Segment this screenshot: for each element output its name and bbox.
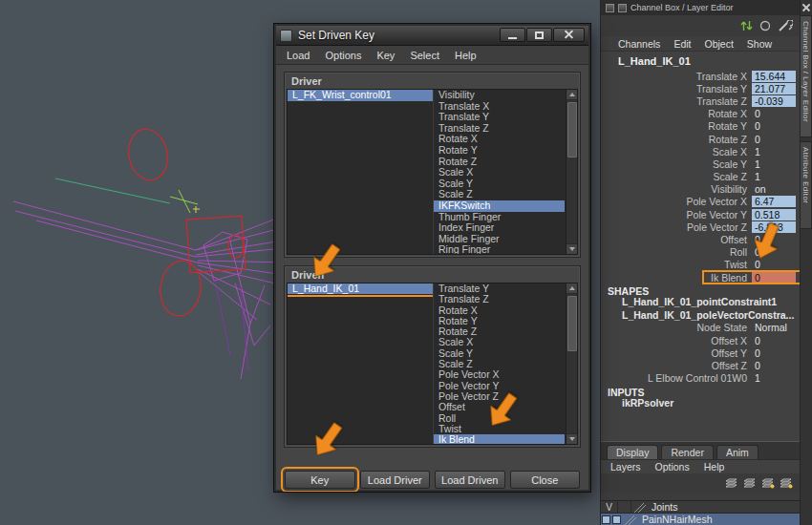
move-layer-up-icon[interactable] <box>724 477 738 489</box>
scrollbar[interactable] <box>566 284 577 444</box>
channel-value[interactable]: 0 <box>752 108 796 119</box>
channel-value[interactable]: 0 <box>752 120 796 132</box>
channel-name[interactable]: Scale Z <box>601 171 752 182</box>
layer-color-chip[interactable] <box>612 515 621 524</box>
move-layer-down-icon[interactable] <box>742 477 757 489</box>
driven-attribute-scale-y[interactable]: Scale Y <box>434 348 565 359</box>
channel-name[interactable]: Twist <box>601 259 752 270</box>
driven-object-l-hand-ik-01[interactable]: L_Hand_IK_01 <box>288 284 433 294</box>
driven-attribute-translate-z[interactable]: Translate Z <box>434 294 565 304</box>
window-titlebar[interactable]: Set Driven Key <box>276 26 588 46</box>
scroll-up-button[interactable] <box>566 284 577 294</box>
selected-object-name[interactable]: L_Hand_IK_01 <box>601 52 801 70</box>
channel-value[interactable]: 15.644 <box>752 71 796 82</box>
channel-value[interactable]: 0 <box>752 347 796 359</box>
channel-value[interactable]: 1 <box>752 158 796 170</box>
key-button[interactable]: Key <box>285 471 355 489</box>
layer-name[interactable]: PainNHairMesh <box>638 514 713 525</box>
driven-attribute-scale-z[interactable]: Scale Z <box>434 359 565 369</box>
driver-attribute-scale-y[interactable]: Scale Y <box>434 178 565 190</box>
new-empty-layer-icon[interactable] <box>760 477 775 489</box>
channel-value[interactable]: 21.077 <box>752 83 796 94</box>
driven-attribute-ik-blend[interactable]: Ik Blend <box>434 434 565 444</box>
driver-attribute-ring-finger[interactable]: Ring Finger <box>434 244 565 254</box>
driven-attribute-translate-y[interactable]: Translate Y <box>434 284 565 294</box>
tab-display[interactable]: Display <box>607 445 658 459</box>
driven-attribute-scale-x[interactable]: Scale X <box>434 337 565 347</box>
channel-value[interactable]: Normal <box>752 322 796 333</box>
channel-name[interactable]: L Elbow Control 01W0 <box>601 372 752 384</box>
maximize-button[interactable] <box>526 28 552 42</box>
scroll-down-button[interactable] <box>566 433 577 444</box>
layer-row-painnhairmesh[interactable]: PainNHairMesh <box>601 514 801 525</box>
panel-dock-icon[interactable] <box>606 4 614 12</box>
input-node-ikrpsolver[interactable]: ikRPsolver <box>601 397 801 410</box>
channel-name[interactable]: Rotate Y <box>601 120 752 132</box>
driven-attribute-rotate-x[interactable]: Rotate X <box>434 305 565 316</box>
channel-name[interactable]: Translate Z <box>601 95 752 107</box>
driver-attribute-translate-y[interactable]: Translate Y <box>434 112 565 123</box>
driver-attribute-middle-finger[interactable]: Middle Finger <box>434 234 565 245</box>
layer-visibility-cell[interactable]: V <box>601 501 618 514</box>
dialog-menu-load[interactable]: Load <box>279 48 317 63</box>
minimize-button[interactable] <box>500 28 525 42</box>
channel-name[interactable]: Ik Blend <box>601 272 752 284</box>
driver-attribute-thumb-finger[interactable]: Thumb Finger <box>434 212 565 223</box>
channel-value[interactable]: 0 <box>752 335 796 346</box>
panel-pin-icon[interactable] <box>618 4 627 12</box>
layer-menu-help[interactable]: Help <box>698 460 731 473</box>
new-layer-from-selected-icon[interactable] <box>779 477 793 489</box>
driver-object-list[interactable]: L_FK_Wrist_control01 <box>288 90 434 254</box>
wrench-pencil-icon[interactable] <box>778 20 793 32</box>
layer-menu-layers[interactable]: Layers <box>605 460 647 473</box>
driver-attribute-translate-z[interactable]: Translate Z <box>434 123 565 135</box>
dialog-menu-select[interactable]: Select <box>402 48 447 63</box>
driven-attribute-rotate-z[interactable]: Rotate Z <box>434 326 565 337</box>
channel-menu-edit[interactable]: Edit <box>668 37 696 51</box>
channel-menu-channels[interactable]: Channels <box>612 37 666 51</box>
channel-value[interactable]: on <box>752 183 796 195</box>
layer-color-chip[interactable] <box>602 515 610 524</box>
channel-name[interactable]: Scale Y <box>601 158 752 170</box>
circle-icon[interactable] <box>759 20 771 32</box>
driver-attribute-rotate-z[interactable]: Rotate Z <box>434 157 565 168</box>
dialog-menu-help[interactable]: Help <box>447 48 484 63</box>
close-button[interactable] <box>553 28 585 42</box>
channel-value[interactable]: 1 <box>752 171 796 182</box>
load-driver-button[interactable]: Load Driver <box>360 471 431 489</box>
channel-name[interactable]: Roll <box>601 246 752 258</box>
load-driven-button[interactable]: Load Driven <box>435 471 505 489</box>
driven-attribute-rotate-y[interactable]: Rotate Y <box>434 316 565 326</box>
channel-value[interactable]: 0 <box>752 272 796 284</box>
driver-attribute-ikfkswitch[interactable]: IKFKSwitch <box>434 200 565 212</box>
scrollbar[interactable] <box>566 90 577 254</box>
channel-value[interactable]: -0.039 <box>752 95 796 107</box>
channel-name[interactable]: Node State <box>601 322 752 333</box>
channel-name[interactable]: Translate X <box>601 71 752 82</box>
driver-object-l-fk-wrist-control01[interactable]: L_FK_Wrist_control01 <box>288 90 433 101</box>
channel-value[interactable]: 6.47 <box>752 196 796 207</box>
channel-name[interactable]: Pole Vector Y <box>601 209 752 220</box>
tab-anim[interactable]: Anim <box>716 445 759 459</box>
shape-node-l-hand-ik-01-polevectorconstra[interactable]: L_Hand_IK_01_poleVectorConstra... <box>601 309 801 322</box>
dialog-menu-key[interactable]: Key <box>369 48 402 63</box>
scroll-up-button[interactable] <box>566 90 577 100</box>
scroll-down-button[interactable] <box>566 243 577 254</box>
driven-attribute-pole-vector-x[interactable]: Pole Vector X <box>434 369 565 380</box>
driver-attribute-index-finger[interactable]: Index Finger <box>434 222 565 234</box>
layer-row-joints[interactable]: VJoints <box>601 501 801 514</box>
channel-menu-object[interactable]: Object <box>698 37 738 51</box>
channel-name[interactable]: Pole Vector Z <box>601 221 752 233</box>
vertical-tab-channel-box-layer-editor[interactable]: Channel Box / Layer Editor <box>801 15 812 137</box>
panel-close-icon[interactable] <box>802 4 811 12</box>
sort-arrows-icon[interactable] <box>740 19 753 32</box>
channel-name[interactable]: Offset <box>601 234 752 245</box>
close-button[interactable]: Close <box>510 471 581 489</box>
channel-name[interactable]: Translate Y <box>601 83 752 94</box>
driver-attribute-scale-z[interactable]: Scale Z <box>434 189 565 200</box>
driver-attribute-rotate-y[interactable]: Rotate Y <box>434 145 565 157</box>
layer-menu-options[interactable]: Options <box>650 460 695 473</box>
tab-render[interactable]: Render <box>661 445 713 459</box>
driver-attribute-rotate-x[interactable]: Rotate X <box>434 134 565 145</box>
channel-name[interactable]: Visibility <box>601 183 752 195</box>
